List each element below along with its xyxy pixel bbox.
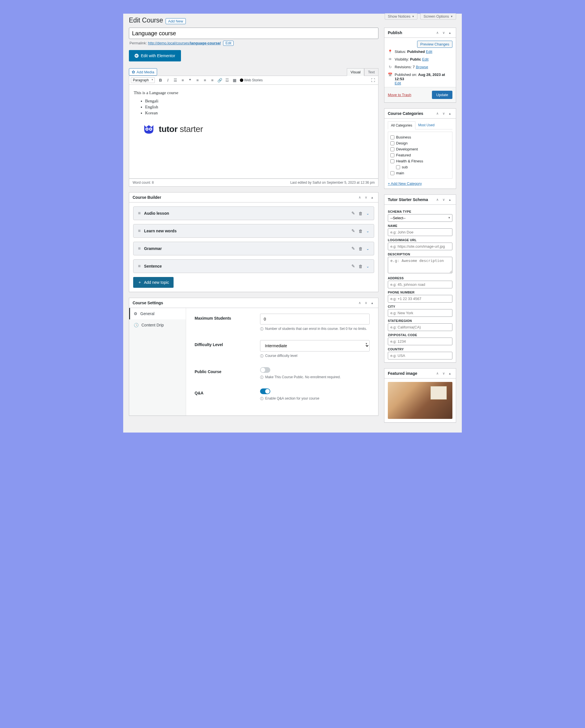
move-down-icon[interactable]: ∨ [441,197,446,202]
expand-topic-icon[interactable]: ⌄ [366,246,369,251]
toolbar-toggle-button[interactable]: ▦ [231,77,238,84]
toggle-panel-icon[interactable]: ▴ [447,30,452,35]
move-down-icon[interactable]: ∨ [441,111,446,116]
drag-handle-icon[interactable]: ≡ [138,228,141,233]
schema-zip-input[interactable] [388,338,452,345]
move-up-icon[interactable]: ∧ [357,195,362,200]
align-center-button[interactable]: ≡ [201,77,208,84]
edit-topic-icon[interactable]: ✎ [351,211,355,216]
schema-address-input[interactable] [388,281,452,288]
move-down-icon[interactable]: ∨ [363,300,368,306]
settings-nav-content-drip[interactable]: 🕓 Content Drip [129,319,186,331]
edit-status-link[interactable]: Edit [426,50,432,54]
expand-topic-icon[interactable]: ⌄ [366,264,369,268]
course-title-input[interactable] [129,28,378,39]
schema-desc-textarea[interactable] [388,257,452,273]
move-to-trash-link[interactable]: Move to Trash [388,93,411,97]
add-new-category-link[interactable]: + Add New Category [388,181,422,186]
schema-phone-input[interactable] [388,295,452,303]
tab-all-categories[interactable]: All Categories [388,122,415,129]
add-new-topic-button[interactable]: ＋ Add new topic [133,277,174,288]
edit-topic-icon[interactable]: ✎ [351,246,355,251]
editor-content[interactable]: This is a Language course Bengali Englis… [129,85,378,179]
tab-text[interactable]: Text [364,68,378,76]
bold-button[interactable]: B [157,77,164,84]
browse-revisions-link[interactable]: Browse [416,65,428,69]
edit-slug-button[interactable]: Edit [223,41,234,46]
category-item[interactable]: main [390,170,450,176]
move-down-icon[interactable]: ∨ [441,30,446,35]
public-course-toggle[interactable] [260,367,270,373]
schema-state-input[interactable] [388,323,452,331]
schema-name-input[interactable] [388,228,452,236]
category-item[interactable]: Featured [390,152,450,158]
expand-topic-icon[interactable]: ⌄ [366,211,369,215]
drag-handle-icon[interactable]: ≡ [138,246,141,251]
add-media-button[interactable]: ✿ Add Media [129,68,157,76]
delete-topic-icon[interactable]: 🗑 [358,264,363,269]
category-item[interactable]: Development [390,146,450,152]
qa-toggle[interactable] [260,388,270,394]
max-students-input[interactable] [260,314,370,324]
schema-country-input[interactable] [388,352,452,360]
move-up-icon[interactable]: ∧ [435,371,440,376]
move-up-icon[interactable]: ∧ [435,30,440,35]
toggle-panel-icon[interactable]: ▴ [370,300,375,306]
edit-visibility-link[interactable]: Edit [422,57,429,61]
schema-city-input[interactable] [388,309,452,317]
schema-type-select[interactable]: --Select-- [388,214,452,222]
web-stories-button[interactable]: Web Stories [238,77,264,84]
category-item[interactable]: Business [390,134,450,140]
number-list-button[interactable]: ≡ [179,77,186,84]
preview-changes-button[interactable]: Preview Changes [417,41,452,48]
visibility-icon: 👁 [388,57,392,61]
link-button[interactable]: 🔗 [216,77,223,84]
drag-handle-icon[interactable]: ≡ [138,264,141,269]
editor-intro: This is a Language course [134,90,374,95]
toggle-panel-icon[interactable]: ▴ [447,197,452,202]
align-right-button[interactable]: ≡ [209,77,216,84]
move-down-icon[interactable]: ∨ [441,371,446,376]
permalink-link[interactable]: http://demo.local/courses/language-cours… [148,41,221,45]
category-item[interactable]: Health & Fitness [390,158,450,164]
tab-visual[interactable]: Visual [347,68,364,76]
fullscreen-button[interactable]: ⛶ [370,77,377,84]
featured-image-thumbnail[interactable] [388,382,452,419]
toggle-panel-icon[interactable]: ▴ [370,195,375,200]
edit-date-link[interactable]: Edit [395,81,401,85]
move-up-icon[interactable]: ∧ [435,111,440,116]
move-down-icon[interactable]: ∨ [363,195,368,200]
update-button[interactable]: Update [432,91,452,99]
expand-topic-icon[interactable]: ⌄ [366,229,369,233]
add-new-button[interactable]: Add New [166,18,186,24]
quote-button[interactable]: ❝ [187,77,194,84]
screen-options-button[interactable]: Screen Options▼ [420,14,456,20]
align-left-button[interactable]: ≡ [194,77,201,84]
italic-button[interactable]: I [164,77,171,84]
hint-text: Make This Course Public. No enrollment r… [265,375,340,379]
category-item-sub[interactable]: sub [390,164,450,170]
schema-logo-input[interactable] [388,242,452,250]
show-notices-button[interactable]: Show Notices▼ [385,14,417,20]
hint-text: Enable Q&A section for your course [265,396,319,400]
toggle-panel-icon[interactable]: ▴ [447,111,452,116]
toggle-panel-icon[interactable]: ▴ [447,371,452,376]
delete-topic-icon[interactable]: 🗑 [358,246,363,251]
format-select[interactable]: Paragraph [131,77,155,83]
bullet-list-button[interactable]: ☰ [172,77,179,84]
list-item: Bengali [145,99,374,104]
edit-with-elementor-button[interactable]: IE Edit with Elementor [129,50,181,61]
settings-nav-general[interactable]: ⚙ General [129,308,186,319]
move-up-icon[interactable]: ∧ [435,197,440,202]
edit-topic-icon[interactable]: ✎ [351,228,355,233]
delete-topic-icon[interactable]: 🗑 [358,229,363,233]
edit-topic-icon[interactable]: ✎ [351,264,355,269]
tab-most-used[interactable]: Most Used [415,122,437,129]
category-item[interactable]: Design [390,140,450,146]
move-up-icon[interactable]: ∧ [357,300,362,306]
readmore-button[interactable]: ☲ [224,77,230,84]
delete-topic-icon[interactable]: 🗑 [358,211,363,216]
drag-handle-icon[interactable]: ≡ [138,211,141,216]
difficulty-select[interactable]: Intermediate [260,340,370,352]
calendar-icon: 📅 [388,73,392,77]
